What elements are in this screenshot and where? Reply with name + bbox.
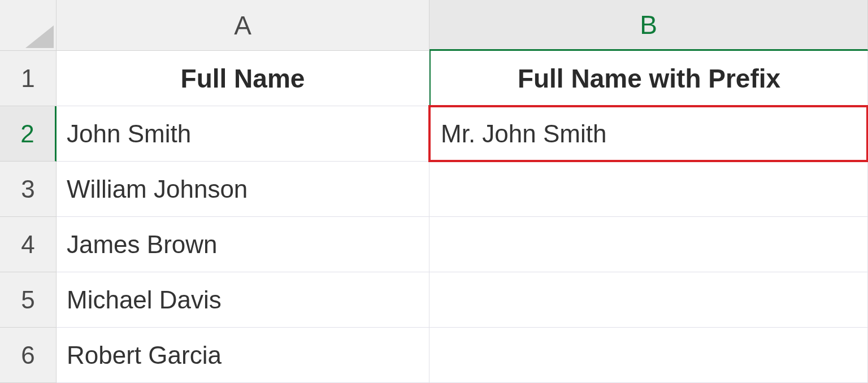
row-header-2[interactable]: 2 <box>0 106 57 162</box>
cell-B5[interactable] <box>429 272 868 328</box>
cell-B1[interactable]: Full Name with Prefix <box>429 51 868 106</box>
column-header-B[interactable]: B <box>429 0 868 51</box>
cell-A1[interactable]: Full Name <box>57 51 429 106</box>
row-header-5[interactable]: 5 <box>0 272 57 328</box>
cell-A3[interactable]: William Johnson <box>57 162 429 217</box>
cell-A4[interactable]: James Brown <box>57 217 429 272</box>
cell-B3[interactable] <box>429 162 868 217</box>
cell-B2-text: Mr. John Smith <box>441 120 606 148</box>
select-all-corner[interactable] <box>0 0 57 51</box>
row-header-1[interactable]: 1 <box>0 51 57 106</box>
cell-A2[interactable]: John Smith <box>57 106 429 162</box>
spreadsheet-grid: A B 1 Full Name Full Name with Prefix 2 … <box>0 0 868 383</box>
cell-B6[interactable] <box>429 328 868 383</box>
cell-B4[interactable] <box>429 217 868 272</box>
row-header-3[interactable]: 3 <box>0 162 57 217</box>
cell-A5[interactable]: Michael Davis <box>57 272 429 328</box>
row-header-4[interactable]: 4 <box>0 217 57 272</box>
row-header-6[interactable]: 6 <box>0 328 57 383</box>
cell-B2[interactable]: Mr. John Smith <box>429 106 868 162</box>
column-header-A[interactable]: A <box>57 0 429 51</box>
cell-A6[interactable]: Robert Garcia <box>57 328 429 383</box>
